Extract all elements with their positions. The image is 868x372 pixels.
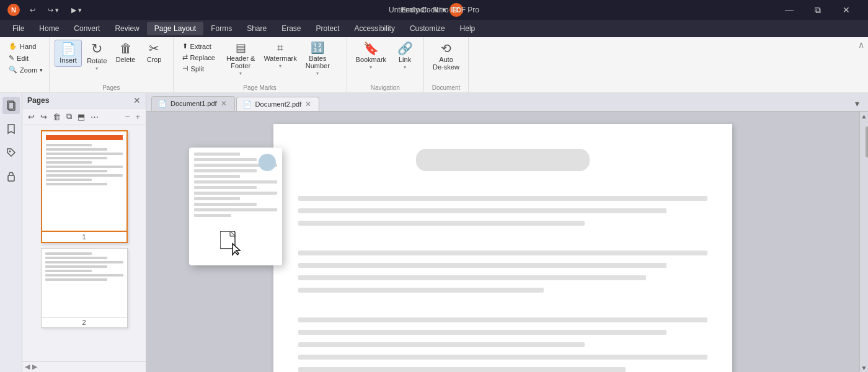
rotate-button[interactable]: ↻ Rotate ▾ <box>83 40 110 74</box>
doc-line <box>298 330 666 335</box>
panel-copy-button[interactable]: ⧉ <box>64 110 74 123</box>
auto-deskew-icon: ⟲ <box>441 42 451 55</box>
scrollbar-up-button[interactable]: ▲ <box>860 112 868 120</box>
menu-convert[interactable]: Convert <box>66 22 107 35</box>
doc-line <box>298 342 585 347</box>
tab-scroll-button[interactable]: ▾ <box>851 96 863 111</box>
crop-button[interactable]: ✂ Crop <box>141 40 168 66</box>
app-logo: N <box>7 4 20 16</box>
ribbon: ✋ Hand ✎ Edit 🔍 Zoom ▾ 📄 Insert ↻ Rotate… <box>0 37 868 93</box>
bookmark-icon: 🔖 <box>363 42 379 55</box>
panel-more-button[interactable]: ⋯ <box>89 111 100 123</box>
bookmark-dropdown-icon: ▾ <box>370 64 372 70</box>
link-icon: 🔗 <box>397 42 413 55</box>
menu-accessibility[interactable]: Accessibility <box>347 22 402 35</box>
doc-tab-2-close[interactable]: ✕ <box>305 100 311 108</box>
header-footer-button[interactable]: ▤ Header &Footer ▾ <box>223 40 259 79</box>
insert-icon: 📄 <box>61 43 76 55</box>
doc-tab-1-label: Document1.pdf <box>170 100 217 107</box>
split-button[interactable]: ⊣ Split <box>179 63 219 74</box>
panel-delete-button[interactable]: 🗑 <box>51 111 63 123</box>
menu-review[interactable]: Review <box>107 22 146 35</box>
doc-tab-1[interactable]: 📄 Document1.pdf ✕ <box>151 96 235 111</box>
panel-scroll-right[interactable]: ▶ <box>32 363 37 371</box>
menu-bar: File Home Convert Review Page Layout For… <box>0 20 868 37</box>
minimize-button[interactable]: — <box>775 0 804 20</box>
panel-redo-button[interactable]: ↪ <box>38 111 49 123</box>
pages-panel-toggle[interactable] <box>2 97 20 114</box>
insert-button[interactable]: 📄 Insert <box>55 40 82 67</box>
security-panel-toggle[interactable] <box>2 167 20 185</box>
auto-deskew-button[interactable]: ⟲ AutoDe-skew <box>429 40 463 73</box>
ribbon-collapse-button[interactable]: ∧ <box>858 40 864 50</box>
bates-number-button[interactable]: 🔢 BatesNumber ▾ <box>302 40 334 79</box>
menu-erase[interactable]: Erase <box>274 22 308 35</box>
zoom-tool-button[interactable]: 🔍 Zoom ▾ <box>5 64 46 75</box>
bookmarks-panel-toggle[interactable] <box>2 120 20 138</box>
close-button[interactable]: ✕ <box>832 0 861 20</box>
panel-undo-button[interactable]: ↩ <box>26 111 37 123</box>
pagemarks-section-label: Page Marks <box>179 84 342 92</box>
extract-icon: ⬆ <box>182 42 188 50</box>
menu-forms[interactable]: Forms <box>203 22 239 35</box>
menu-file[interactable]: File <box>5 22 32 35</box>
doc-line <box>298 367 626 372</box>
main-container: Pages ✕ ↩ ↪ 🗑 ⧉ ⬒ ⋯ − + <box>0 93 868 372</box>
hand-icon: ✋ <box>9 42 17 50</box>
menu-help[interactable]: Help <box>453 22 483 35</box>
watermark-button[interactable]: ⌗ Watermark ▾ <box>260 40 300 71</box>
pages-panel-toolbar: ↩ ↪ 🗑 ⧉ ⬒ ⋯ − + <box>22 108 146 125</box>
replace-icon: ⇄ <box>182 53 188 61</box>
delete-button[interactable]: 🗑 Delete <box>112 40 140 66</box>
svg-rect-3 <box>8 175 14 181</box>
undo-button[interactable]: ↩ <box>25 5 40 16</box>
quick-access-toolbar: ↩ ↪ ▾ ▶ ▾ <box>25 5 87 16</box>
menu-customize[interactable]: Customize <box>402 22 453 35</box>
crop-icon: ✂ <box>149 42 159 55</box>
extract-button[interactable]: ⬆ Extract <box>179 41 219 51</box>
menu-protect[interactable]: Protect <box>309 22 347 35</box>
watermark-dropdown-icon: ▾ <box>279 63 281 69</box>
thumb-line <box>45 265 108 268</box>
thumb-line <box>46 161 92 164</box>
edit-tool-button[interactable]: ✎ Edit <box>5 53 46 63</box>
panel-nav-bar: ◀ ▶ <box>22 361 146 372</box>
panel-zoom-out-button[interactable]: − <box>123 111 132 123</box>
redo-button[interactable]: ↪ ▾ <box>43 5 64 16</box>
thumb-line <box>46 166 123 168</box>
doc-line <box>298 288 544 293</box>
panel-scroll-left[interactable]: ◀ <box>25 363 30 371</box>
link-button[interactable]: 🔗 Link ▾ <box>391 40 418 73</box>
page-thumbnail-1[interactable]: 1 <box>41 130 128 243</box>
svg-point-2 <box>9 151 11 153</box>
select-mode-button[interactable]: ▶ ▾ <box>66 5 87 16</box>
thumb-line <box>46 179 92 181</box>
page-number-2: 2 <box>42 317 127 327</box>
title-bar: N ↩ ↪ ▾ ▶ ▾ Untitled.pdf - Nitro PDF Pro… <box>0 0 868 20</box>
page-thumbnail-2[interactable]: 2 <box>41 248 128 328</box>
panel-move-button[interactable]: ⬒ <box>76 111 87 123</box>
maximize-button[interactable]: ⧉ <box>804 0 832 20</box>
bookmark-button[interactable]: 🔖 Bookmark ▾ <box>352 40 391 73</box>
thumb-red-bar <box>46 135 123 140</box>
menu-home[interactable]: Home <box>32 22 66 35</box>
replace-button[interactable]: ⇄ Replace <box>179 52 219 63</box>
scrollbar-down-button[interactable]: ▼ <box>860 363 868 372</box>
doc-gap <box>298 300 707 310</box>
hand-tool-button[interactable]: ✋ Hand <box>5 41 46 51</box>
menu-share[interactable]: Share <box>239 22 274 35</box>
thumb-line <box>46 157 107 159</box>
doc-tab-2-icon: 📄 <box>243 100 252 108</box>
bates-number-icon: 🔢 <box>311 42 324 53</box>
menu-page-layout[interactable]: Page Layout <box>147 22 203 35</box>
doc-line <box>298 208 666 213</box>
rotate-icon: ↻ <box>91 42 102 56</box>
pages-panel-close-button[interactable]: ✕ <box>133 95 141 105</box>
tags-panel-toggle[interactable] <box>2 144 20 161</box>
doc-tab-2[interactable]: 📄 Document2.pdf ✕ <box>236 97 320 111</box>
doc-tab-1-icon: 📄 <box>158 100 167 108</box>
rotate-dropdown-icon: ▾ <box>95 66 98 71</box>
doc-tab-1-close[interactable]: ✕ <box>221 99 227 108</box>
panel-zoom-in-button[interactable]: + <box>133 111 142 123</box>
pages-icon <box>6 100 17 111</box>
